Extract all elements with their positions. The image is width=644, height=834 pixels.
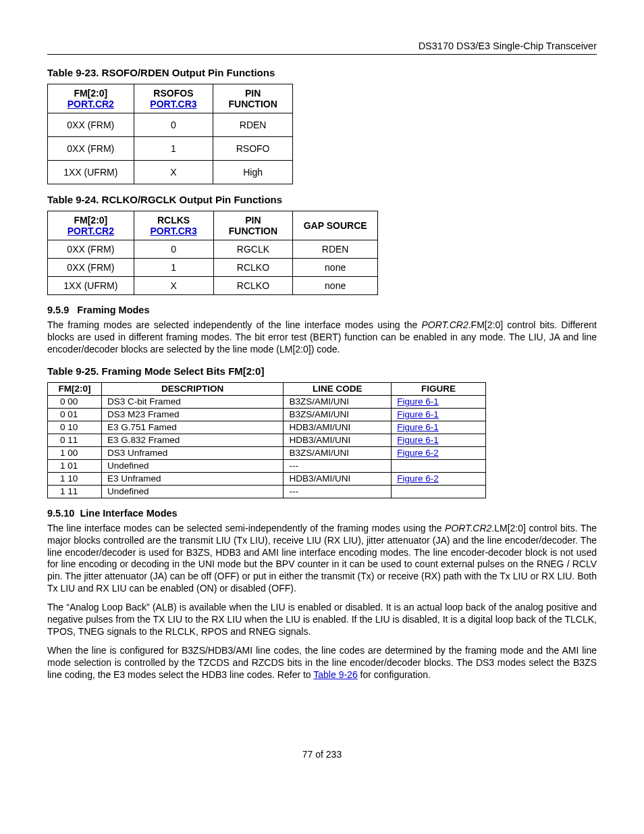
cell	[392, 459, 486, 472]
section-9510-num: 9.5.10	[47, 508, 74, 519]
cell: 0XX (FRM)	[48, 240, 134, 259]
text-italic: PORT.CR2	[421, 319, 468, 330]
figure-link[interactable]: Figure 6-1	[397, 396, 439, 407]
t24-h3: PIN FUNCTION	[213, 211, 293, 240]
cell: RCLKO	[213, 277, 293, 295]
cell: 0 11	[48, 434, 102, 446]
text: The framing modes are selected independe…	[47, 319, 421, 330]
cell: Figure 6-2	[392, 472, 486, 485]
t23-h2b-link[interactable]: PORT.CR3	[150, 99, 196, 109]
cell: DS3 Unframed	[101, 446, 283, 459]
cell: ---	[284, 459, 392, 472]
table-row: 1 10 E3 Unframed HDB3/AMI/UNI Figure 6-2	[48, 472, 486, 485]
table-row: 1XX (UFRM) X High	[48, 161, 293, 184]
t25-h2: DESCRIPTION	[101, 382, 283, 395]
table-row: 1 01 Undefined ---	[48, 459, 486, 472]
cell: DS3 C-bit Framed	[101, 395, 283, 408]
section-959-title: Framing Modes	[77, 305, 149, 315]
cell: 0XX (FRM)	[48, 137, 134, 161]
t23-h3: PIN FUNCTION	[213, 84, 293, 113]
section-959-num: 9.5.9	[47, 305, 69, 315]
t24-h3b: FUNCTION	[229, 226, 277, 236]
section-959-para: The framing modes are selected independe…	[47, 319, 597, 356]
t24-h3a: PIN	[245, 215, 261, 226]
t23-h2a: RSOFOS	[153, 88, 193, 99]
table-row: 0 11 E3 G.832 Framed HDB3/AMI/UNI Figure…	[48, 434, 486, 446]
t23-h1a: FM[2:0]	[74, 88, 107, 99]
cell: HDB3/AMI/UNI	[284, 421, 392, 434]
cell: E3 G.751 Famed	[101, 421, 283, 434]
t24-h1: FM[2:0] PORT.CR2	[48, 211, 134, 240]
t24-h2a: RCLKS	[157, 215, 190, 226]
cell: 1	[134, 137, 213, 161]
cell: X	[134, 161, 213, 184]
table-row: 1 11 Undefined ---	[48, 485, 486, 498]
figure-link[interactable]: Figure 6-1	[397, 409, 439, 419]
cell: 0	[134, 240, 213, 259]
cell: E3 Unframed	[101, 472, 283, 485]
table-25-caption: Table 9-25. Framing Mode Select Bits FM[…	[47, 365, 597, 377]
cell: Undefined	[101, 459, 283, 472]
figure-link[interactable]: Figure 6-2	[397, 473, 439, 484]
cell: 1 10	[48, 472, 102, 485]
t23-h3a: PIN	[245, 88, 261, 99]
t23-h1: FM[2:0] PORT.CR2	[48, 84, 134, 113]
cell: Figure 6-1	[392, 395, 486, 408]
cell: 0 10	[48, 421, 102, 434]
t24-h2: RCLKS PORT.CR3	[134, 211, 213, 240]
cell: B3ZS/AMI/UNI	[284, 408, 392, 421]
cell: 1XX (UFRM)	[48, 277, 134, 295]
section-9510-heading: 9.5.10 Line Interface Modes	[47, 508, 597, 519]
cell: RGCLK	[213, 240, 293, 259]
cell: RDEN	[293, 240, 378, 259]
cell: 0 01	[48, 408, 102, 421]
cell: Undefined	[101, 485, 283, 498]
cell: X	[134, 277, 213, 295]
table-23-caption: Table 9-23. RSOFO/RDEN Output Pin Functi…	[47, 67, 597, 78]
table-row: 0XX (FRM) 0 RDEN	[48, 113, 293, 137]
cell: B3ZS/AMI/UNI	[284, 395, 392, 408]
cell: HDB3/AMI/UNI	[284, 434, 392, 446]
text: The line interface modes can be selected…	[47, 523, 445, 533]
cell: 1 01	[48, 459, 102, 472]
section-9510-p2: The “Analog Loop Back” (ALB) is availabl…	[47, 602, 597, 638]
table-row: 1XX (UFRM) X RCLKO none	[48, 277, 378, 295]
cell: 0XX (FRM)	[48, 259, 134, 277]
t24-h1b-link[interactable]: PORT.CR2	[68, 226, 114, 236]
cell: 0	[134, 113, 213, 137]
cell: 1XX (UFRM)	[48, 161, 134, 184]
cell: none	[293, 259, 378, 277]
text-italic: PORT.CR2	[445, 523, 491, 533]
section-9510-p3: When the line is configured for B3ZS/HDB…	[47, 645, 597, 681]
cell: B3ZS/AMI/UNI	[284, 446, 392, 459]
t24-h2b-link[interactable]: PORT.CR3	[150, 226, 196, 236]
table-row: 0 10 E3 G.751 Famed HDB3/AMI/UNI Figure …	[48, 421, 486, 434]
t25-h4: FIGURE	[392, 382, 486, 395]
figure-link[interactable]: Figure 6-1	[397, 422, 439, 432]
figure-link[interactable]: Figure 6-2	[397, 448, 439, 458]
t24-h4: GAP SOURCE	[293, 211, 378, 240]
table-926-link[interactable]: Table 9-26	[313, 669, 357, 680]
cell: Figure 6-1	[392, 421, 486, 434]
cell: E3 G.832 Framed	[101, 434, 283, 446]
cell: 1 11	[48, 485, 102, 498]
table-24-caption: Table 9-24. RCLKO/RGCLK Output Pin Funct…	[47, 194, 597, 205]
cell: Figure 6-1	[392, 408, 486, 421]
doc-header-title: DS3170 DS3/E3 Single-Chip Transceiver	[47, 41, 597, 51]
table-row: 0 00 DS3 C-bit Framed B3ZS/AMI/UNI Figur…	[48, 395, 486, 408]
text: for configuration.	[358, 669, 431, 680]
cell: HDB3/AMI/UNI	[284, 472, 392, 485]
cell: 1	[134, 259, 213, 277]
t23-h3b: FUNCTION	[228, 99, 277, 109]
page-footer: 77 of 233	[47, 749, 597, 760]
t23-h2: RSOFOS PORT.CR3	[134, 84, 213, 113]
table-row: 0XX (FRM) 1 RCLKO none	[48, 259, 378, 277]
cell: Figure 6-1	[392, 434, 486, 446]
figure-link[interactable]: Figure 6-1	[397, 435, 439, 445]
t23-h1b-link[interactable]: PORT.CR2	[68, 99, 114, 109]
table-row: 0 01 DS3 M23 Framed B3ZS/AMI/UNI Figure …	[48, 408, 486, 421]
cell: none	[293, 277, 378, 295]
table-row: 0XX (FRM) 1 RSOFO	[48, 137, 293, 161]
table-row: 0XX (FRM) 0 RGCLK RDEN	[48, 240, 378, 259]
cell: RDEN	[213, 113, 293, 137]
